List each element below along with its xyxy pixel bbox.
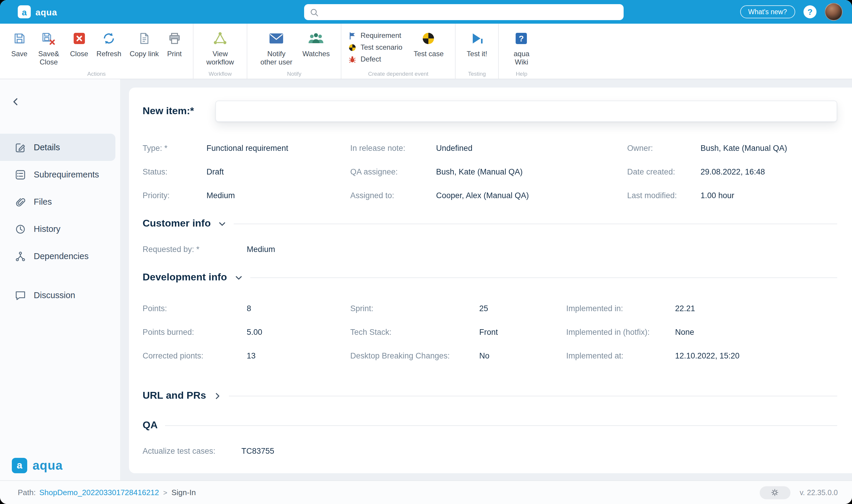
field-last-modified-value: 1.00 hour <box>701 191 734 200</box>
create-test-case-button[interactable]: Test case <box>410 30 448 60</box>
search-input[interactable] <box>323 8 618 17</box>
create-defect-label: Defect <box>361 55 381 64</box>
section-url-and-prs-header[interactable]: URL and PRs <box>143 390 837 402</box>
files-paperclip-icon <box>14 196 26 207</box>
field-qa-assignee-value[interactable]: Bush, Kate (Manual QA) <box>436 167 523 176</box>
field-requested-by-value[interactable]: Medium <box>247 245 275 254</box>
field-implemented-in-label: Implemented in: <box>566 304 675 313</box>
sidebar-item-history[interactable]: History <box>0 215 115 242</box>
field-priority-value[interactable]: Medium <box>206 191 235 200</box>
item-details-panel: New item:* Type: *Functional requirement… <box>129 88 852 473</box>
view-workflow-button[interactable]: View workflow <box>201 30 240 68</box>
aqua-wiki-button[interactable]: ? aqua Wiki <box>506 30 537 68</box>
path-project-link[interactable]: ShopDemo_202203301728416212 <box>39 488 159 497</box>
refresh-icon <box>102 31 116 46</box>
field-priority: Priority:Medium <box>143 191 350 200</box>
print-icon <box>167 31 182 46</box>
section-divider <box>165 425 837 426</box>
field-assigned-to-value[interactable]: Cooper, Alex (Manual QA) <box>436 191 529 200</box>
notify-other-user-button[interactable]: Notify other user <box>254 30 298 68</box>
details-field-grid: Type: *Functional requirement Status:Dra… <box>143 136 837 207</box>
section-divider <box>250 277 837 278</box>
create-test-scenario-button[interactable]: Test scenario <box>349 44 402 52</box>
field-type-value[interactable]: Functional requirement <box>206 143 288 152</box>
help-icon[interactable]: ? <box>803 5 816 18</box>
field-actualize-test-cases-label: Actualize test cases: <box>143 447 241 455</box>
field-last-modified-label: Last modified: <box>627 191 701 200</box>
create-defect-button[interactable]: Defect <box>349 55 402 64</box>
test-it-button[interactable]: Test it! <box>463 30 491 60</box>
sidebar-item-files-label: Files <box>34 197 52 206</box>
field-points-value[interactable]: 8 <box>247 304 251 313</box>
save-button[interactable]: Save <box>7 30 32 60</box>
details-icon <box>14 142 26 153</box>
top-bar-actions: What's new? ? <box>740 3 842 21</box>
view-workflow-label: View workflow <box>205 50 235 67</box>
field-in-release-note: In release note:Undefined <box>350 143 627 152</box>
sidebar-item-subrequirements[interactable]: Subrequirements <box>0 161 115 188</box>
field-desktop-breaking-changes-value[interactable]: No <box>479 351 490 360</box>
ribbon-group-workflow: View workflow Workflow <box>194 24 247 79</box>
test-scenario-icon <box>349 44 357 52</box>
field-actualize-test-cases: Actualize test cases: TC83755 <box>143 447 837 455</box>
sidebar-item-dependencies[interactable]: Dependencies <box>0 242 115 270</box>
section-customer-info-header[interactable]: Customer info <box>143 218 837 230</box>
chevron-right-icon <box>213 391 222 400</box>
sidebar-collapse-button[interactable] <box>8 95 22 109</box>
field-sprint-value[interactable]: 25 <box>479 304 488 313</box>
field-sprint: Sprint:25 <box>350 304 566 313</box>
test-case-icon <box>421 31 436 46</box>
discussion-bubble-icon <box>14 290 26 301</box>
field-qa-assignee-label: QA assignee: <box>350 167 436 176</box>
field-implemented-in-hotfix-value[interactable]: None <box>675 327 694 336</box>
aqua-logo: a aqua <box>18 5 57 18</box>
field-tech-stack-label: Tech Stack: <box>350 327 479 336</box>
ribbon-caption-create-dependent-event: Create dependent event <box>342 70 455 77</box>
sidebar-item-files[interactable]: Files <box>0 188 115 215</box>
field-implemented-in-hotfix-label: Implemented in (hotfix): <box>566 327 675 336</box>
watches-button[interactable]: Watches <box>298 30 334 60</box>
refresh-label: Refresh <box>96 50 121 58</box>
field-in-release-note-value[interactable]: Undefined <box>436 143 472 152</box>
refresh-button[interactable]: Refresh <box>92 30 125 60</box>
sidebar-item-discussion[interactable]: Discussion <box>0 282 115 309</box>
section-development-info-header[interactable]: Development info <box>143 271 837 283</box>
settings-button[interactable] <box>759 486 790 499</box>
field-corrected-points-label: Corrected pionts: <box>143 351 247 360</box>
field-owner: Owner:Bush, Kate (Manual QA) <box>627 143 837 152</box>
field-status-value[interactable]: Draft <box>206 167 224 176</box>
sidebar-item-details[interactable]: Details <box>0 134 115 161</box>
new-item-title-input[interactable] <box>215 101 837 122</box>
field-tech-stack-value[interactable]: Front <box>479 327 498 336</box>
section-qa-header[interactable]: QA <box>143 419 837 431</box>
copy-link-button[interactable]: Copy link <box>125 30 163 60</box>
ribbon-group-actions: Save Save& Close Close Refresh <box>0 24 194 79</box>
save-and-close-button[interactable]: Save& Close <box>32 30 66 68</box>
save-close-label: Save& Close <box>36 50 62 67</box>
field-implemented-in-value[interactable]: 22.21 <box>675 304 695 313</box>
field-actualize-test-cases-value[interactable]: TC83755 <box>241 447 274 455</box>
new-item-label: New item:* <box>143 105 194 117</box>
field-owner-value[interactable]: Bush, Kate (Manual QA) <box>701 143 787 152</box>
print-button[interactable]: Print <box>163 30 186 60</box>
create-requirement-label: Requirement <box>361 32 401 40</box>
field-date-created-label: Date created: <box>627 167 701 176</box>
field-corrected-points-value[interactable]: 13 <box>247 351 256 360</box>
field-desktop-breaking-changes-label: Desktop Breaking Changes: <box>350 351 479 360</box>
ribbon-caption-actions: Actions <box>0 70 193 77</box>
field-status: Status:Draft <box>143 167 350 176</box>
sidebar-logo-text: aqua <box>33 458 63 473</box>
field-implemented-at-value[interactable]: 12.10.2022, 15:20 <box>675 351 740 360</box>
create-requirement-button[interactable]: Requirement <box>349 32 402 40</box>
url-and-prs-title: URL and PRs <box>143 390 206 402</box>
sidebar-nav: Details Subrequirements Files History <box>0 134 120 309</box>
field-date-created-value: 29.08.2022, 16:48 <box>701 167 765 176</box>
field-date-created: Date created:29.08.2022, 16:48 <box>627 167 837 176</box>
brand-name: aqua <box>36 7 57 17</box>
breadcrumb-separator: > <box>163 488 167 497</box>
whats-new-button[interactable]: What's new? <box>740 5 795 18</box>
user-avatar[interactable] <box>825 3 842 21</box>
save-label: Save <box>11 50 28 58</box>
field-points-burned-value[interactable]: 5.00 <box>247 327 262 336</box>
close-button[interactable]: Close <box>66 30 92 60</box>
